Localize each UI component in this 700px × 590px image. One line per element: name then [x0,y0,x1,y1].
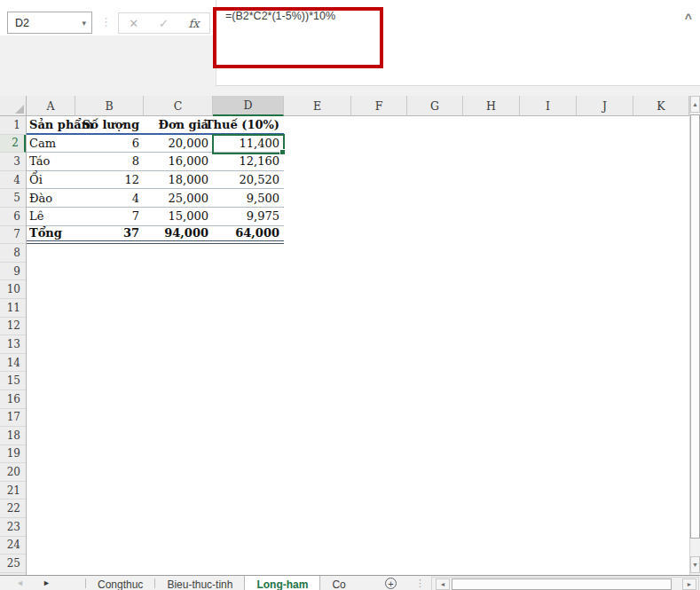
insert-function-icon[interactable]: fx [188,17,199,30]
column-header-A[interactable]: A [27,96,75,116]
column-header-I[interactable]: I [520,96,577,116]
cell-B6[interactable]: 7 [75,208,144,225]
name-box[interactable]: D2 ▾ [7,12,92,34]
cell-C6[interactable]: 15,000 [144,208,213,225]
scroll-up-icon[interactable]: ▲ [690,96,700,113]
row-header-22[interactable]: 22 [0,500,26,518]
cell-B3[interactable]: 8 [75,153,144,170]
sheet-tab-Co[interactable]: Co [320,576,357,590]
cell-D4[interactable]: 20,520 [213,171,284,189]
cell-A4[interactable]: Ổi [27,171,75,189]
scroll-right-icon[interactable]: ► [682,578,696,590]
cell-C3[interactable]: 16,000 [144,153,213,170]
cell-A5[interactable]: Đào [27,189,75,207]
cell-A7[interactable]: Tổng [27,226,75,241]
row-header-2[interactable]: 2 [0,135,26,153]
cell-A1[interactable]: Sản phẩm [27,116,75,133]
enter-icon[interactable]: ✓ [159,17,169,30]
cancel-icon[interactable]: ✕ [129,17,138,30]
cell-B1[interactable]: Số lượng [75,116,144,133]
sheet-tabs: CongthucBieu-thuc-tinhLong-hamCo [85,576,358,590]
row-header-4[interactable]: 4 [0,171,26,190]
scroll-down-icon[interactable]: ▼ [690,556,700,573]
add-sheet-icon[interactable]: + [385,578,397,589]
cell-C1[interactable]: Đơn giá [144,116,213,133]
cell-D3[interactable]: 12,160 [213,153,284,170]
name-box-value: D2 [8,17,82,29]
scroll-left-icon[interactable]: ◄ [436,578,450,590]
sheet-tab-bar: ◄ ► CongthucBieu-thuc-tinhLong-hamCo + ⋮… [0,575,700,590]
sheet-tab-Long-ham[interactable]: Long-ham [244,576,320,590]
formula-bar-drag-handle-icon[interactable]: ⋮ [100,15,112,28]
column-header-B[interactable]: B [75,96,144,116]
row-header-25[interactable]: 25 [0,555,26,573]
row-header-5[interactable]: 5 [0,189,26,208]
cell-D1[interactable]: Thuế (10%) [213,116,284,133]
row-header-11[interactable]: 11 [0,299,26,318]
row-header-20[interactable]: 20 [0,463,26,482]
row-header-18[interactable]: 18 [0,427,26,445]
select-all-button[interactable] [0,96,27,116]
column-header-J[interactable]: J [577,96,633,116]
cell-C7[interactable]: 94,000 [144,226,213,241]
sheet-tab-Congthuc[interactable]: Congthuc [86,576,154,590]
sheet-nav-left-icon[interactable]: ◄ [16,578,24,587]
row-header-23[interactable]: 23 [0,518,26,537]
table-row-6: Lê715,0009,975 [27,208,284,226]
cell-A3[interactable]: Táo [27,153,75,170]
fill-handle[interactable] [279,149,286,155]
cell-A6[interactable]: Lê [27,208,75,225]
row-header-3[interactable]: 3 [0,153,26,171]
column-header-C[interactable]: C [144,96,213,116]
row-header-7[interactable]: 7 [0,226,26,245]
vertical-scrollbar[interactable]: ▲ ▼ [689,96,700,575]
name-box-dropdown-icon[interactable]: ▾ [82,19,91,28]
tab-more-icon[interactable]: ⋮ [415,578,425,589]
column-header-D[interactable]: D [213,96,284,116]
horizontal-scrollbar[interactable]: ◄ ► [431,577,699,590]
row-header-14[interactable]: 14 [0,354,26,373]
cell-D5[interactable]: 9,500 [213,189,284,207]
column-header-H[interactable]: H [463,96,520,116]
formula-bar-area: D2 ▾ ⋮ ✕ ✓ fx =(B2*C2*(1-5%))*10% ^ [0,0,700,86]
cell-D6[interactable]: 9,975 [213,208,284,225]
cell-B4[interactable]: 12 [75,171,144,189]
row-header-24[interactable]: 24 [0,537,26,555]
column-headers: ABCDEFGHIJK [0,96,700,116]
column-header-E[interactable]: E [284,96,351,116]
cell-B2[interactable]: 6 [75,135,144,153]
row-header-10[interactable]: 10 [0,280,26,299]
row-header-21[interactable]: 21 [0,482,26,500]
row-header-1[interactable]: 1 [0,116,26,135]
cell-C5[interactable]: 25,000 [144,189,213,207]
sheet-nav-right-icon[interactable]: ► [43,578,51,587]
row-header-15[interactable]: 15 [0,372,26,390]
cell-C2[interactable]: 20,000 [144,135,213,153]
row-header-13[interactable]: 13 [0,335,26,354]
row-header-16[interactable]: 16 [0,390,26,409]
column-header-K[interactable]: K [633,96,689,116]
table-row-1: Sản phẩmSố lượngĐơn giáThuế (10%) [27,116,284,135]
row-header-9[interactable]: 9 [0,263,26,281]
cell-C4[interactable]: 18,000 [144,171,213,189]
column-header-G[interactable]: G [407,96,463,116]
horizontal-scrollbar-thumb[interactable] [452,578,672,590]
table-row-7: Tổng3794,00064,000 [27,226,284,245]
row-header-17[interactable]: 17 [0,409,26,428]
cell-A2[interactable]: Cam [27,135,75,153]
row-headers: 1234567891011121314151617181920212223242… [0,116,27,575]
row-header-8[interactable]: 8 [0,244,26,263]
row-header-6[interactable]: 6 [0,208,26,226]
row-header-12[interactable]: 12 [0,318,26,336]
cell-D7[interactable]: 64,000 [213,226,284,241]
collapse-formula-bar-icon[interactable]: ^ [685,12,692,26]
column-header-F[interactable]: F [351,96,407,116]
grid-canvas[interactable]: Sản phẩmSố lượngĐơn giáThuế (10%)Cam620,… [27,116,689,575]
table-row-5: Đào425,0009,500 [27,189,284,208]
cell-B5[interactable]: 4 [75,189,144,207]
vertical-scrollbar-thumb[interactable] [690,114,700,539]
row-header-19[interactable]: 19 [0,445,26,464]
active-cell-selection[interactable] [212,134,285,154]
sheet-tab-Bieu-thuc-tinh[interactable]: Bieu-thuc-tinh [155,576,244,590]
cell-B7[interactable]: 37 [75,226,144,241]
